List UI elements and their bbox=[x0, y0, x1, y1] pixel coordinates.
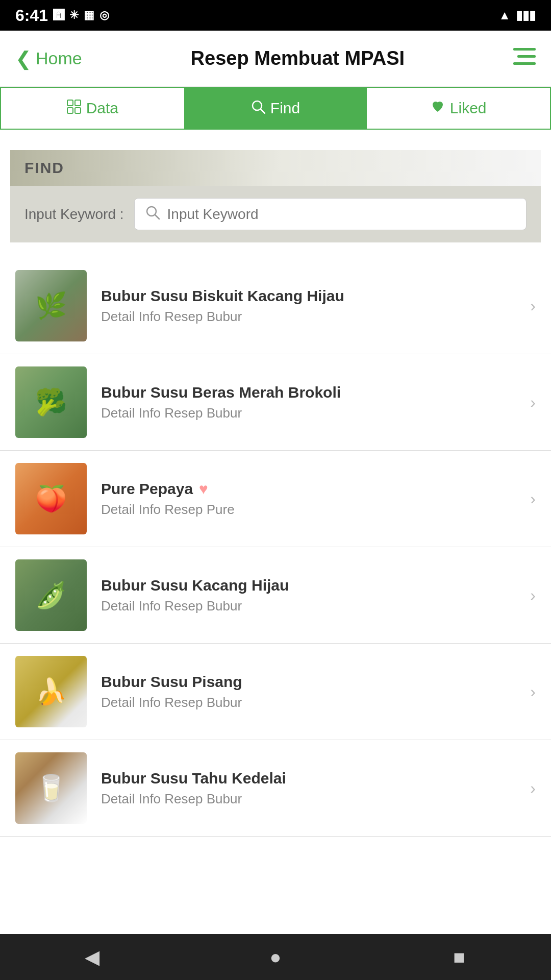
recipe-info-1: Bubur Susu Biskuit Kacang Hijau Detail I… bbox=[101, 287, 516, 325]
recipe-chevron-6: › bbox=[530, 779, 536, 798]
recipe-item-3[interactable]: 🍑 Pure Pepaya♥ Detail Info Resep Pure › bbox=[0, 451, 551, 547]
thumb-food-4: 🫛 bbox=[15, 559, 87, 631]
recipe-thumb-4: 🫛 bbox=[15, 559, 87, 631]
svg-rect-1 bbox=[517, 55, 536, 58]
search-input-wrapper bbox=[134, 198, 527, 230]
search-input[interactable] bbox=[167, 206, 516, 223]
status-icon-a: 🅰 bbox=[53, 9, 64, 22]
recipe-thumb-5: 🍌 bbox=[15, 656, 87, 727]
status-bar: 6:41 🅰 ✳ ▦ ◎ ▲ ▮▮▮ bbox=[0, 0, 551, 31]
search-tab-icon bbox=[251, 100, 265, 117]
thumb-food-5: 🍌 bbox=[15, 656, 87, 727]
recipe-subtitle-3: Detail Info Resep Pure bbox=[101, 502, 516, 518]
nav-home-icon: ● bbox=[270, 946, 282, 968]
status-right: ▲ ▮▮▮ bbox=[498, 8, 536, 22]
svg-rect-3 bbox=[67, 100, 73, 106]
recipe-item-5[interactable]: 🍌 Bubur Susu Pisang Detail Info Resep Bu… bbox=[0, 644, 551, 740]
recipe-thumb-3: 🍑 bbox=[15, 463, 87, 534]
recipe-list: 🌿 Bubur Susu Biskuit Kacang Hijau Detail… bbox=[0, 258, 551, 837]
recipe-title-5: Bubur Susu Pisang bbox=[101, 673, 516, 691]
tab-liked[interactable]: Liked bbox=[367, 88, 550, 129]
bottom-nav: ◀ ● ■ bbox=[0, 934, 551, 980]
recipe-info-6: Bubur Susu Tahu Kedelai Detail Info Rese… bbox=[101, 770, 516, 807]
status-icon-circle: ◎ bbox=[99, 9, 109, 22]
tab-data[interactable]: Data bbox=[1, 88, 184, 129]
recipe-title-1: Bubur Susu Biskuit Kacang Hijau bbox=[101, 287, 516, 305]
recipe-title-3: Pure Pepaya♥ bbox=[101, 480, 516, 498]
recipe-thumb-6: 🥛 bbox=[15, 752, 87, 824]
status-time: 6:41 bbox=[15, 6, 48, 25]
find-section: FIND Input Keyword : bbox=[0, 150, 551, 242]
thumb-food-3: 🍑 bbox=[15, 463, 87, 534]
recipe-subtitle-6: Detail Info Resep Bubur bbox=[101, 791, 516, 807]
tab-liked-label: Liked bbox=[450, 100, 487, 117]
recipe-item-4[interactable]: 🫛 Bubur Susu Kacang Hijau Detail Info Re… bbox=[0, 547, 551, 644]
recipe-title-6: Bubur Susu Tahu Kedelai bbox=[101, 770, 516, 787]
thumb-food-1: 🌿 bbox=[15, 270, 87, 341]
nav-home-button[interactable]: ● bbox=[255, 937, 296, 977]
menu-icon[interactable] bbox=[513, 47, 536, 70]
recipe-info-5: Bubur Susu Pisang Detail Info Resep Bubu… bbox=[101, 673, 516, 710]
signal-icon: ▲ bbox=[498, 8, 511, 22]
recipe-item-6[interactable]: 🥛 Bubur Susu Tahu Kedelai Detail Info Re… bbox=[0, 740, 551, 837]
svg-rect-4 bbox=[75, 100, 81, 106]
svg-line-10 bbox=[155, 215, 159, 219]
nav-recent-icon: ■ bbox=[454, 946, 465, 968]
find-header-text: FIND bbox=[24, 159, 64, 176]
page-title: Resep Membuat MPASI bbox=[191, 47, 405, 69]
svg-line-8 bbox=[261, 109, 265, 113]
grid-icon bbox=[67, 100, 81, 117]
svg-rect-0 bbox=[513, 48, 536, 51]
recipe-chevron-3: › bbox=[530, 489, 536, 508]
back-arrow-icon: ❮ bbox=[15, 47, 32, 70]
recipe-info-3: Pure Pepaya♥ Detail Info Resep Pure bbox=[101, 480, 516, 518]
recipe-title-2: Bubur Susu Beras Merah Brokoli bbox=[101, 384, 516, 401]
recipe-subtitle-4: Detail Info Resep Bubur bbox=[101, 598, 516, 614]
recipe-thumb-2: 🥦 bbox=[15, 366, 87, 438]
recipe-chevron-1: › bbox=[530, 297, 536, 315]
recipe-thumb-1: 🌿 bbox=[15, 270, 87, 341]
back-button[interactable]: ❮ Home bbox=[15, 47, 82, 70]
svg-rect-6 bbox=[75, 108, 81, 113]
battery-icon: ▮▮▮ bbox=[516, 8, 536, 22]
recipe-item-1[interactable]: 🌿 Bubur Susu Biskuit Kacang Hijau Detail… bbox=[0, 258, 551, 354]
recipe-item-2[interactable]: 🥦 Bubur Susu Beras Merah Brokoli Detail … bbox=[0, 354, 551, 451]
thumb-food-2: 🥦 bbox=[15, 366, 87, 438]
status-icon-settings: ✳ bbox=[69, 9, 79, 22]
thumb-food-6: 🥛 bbox=[15, 752, 87, 824]
find-header: FIND bbox=[10, 150, 541, 186]
recipe-info-2: Bubur Susu Beras Merah Brokoli Detail In… bbox=[101, 384, 516, 421]
back-label: Home bbox=[36, 48, 82, 68]
tab-data-label: Data bbox=[86, 100, 118, 117]
nav-back-icon: ◀ bbox=[85, 946, 99, 968]
search-label: Input Keyword : bbox=[24, 206, 124, 223]
search-bar-container: Input Keyword : bbox=[10, 186, 541, 242]
recipe-subtitle-1: Detail Info Resep Bubur bbox=[101, 309, 516, 325]
nav-recent-button[interactable]: ■ bbox=[439, 937, 480, 977]
heart-tab-icon bbox=[431, 100, 445, 117]
status-icon-sim: ▦ bbox=[84, 9, 94, 22]
recipe-subtitle-2: Detail Info Resep Bubur bbox=[101, 405, 516, 421]
tab-find[interactable]: Find bbox=[184, 88, 367, 129]
header: ❮ Home Resep Membuat MPASI bbox=[0, 31, 551, 87]
tab-bar: Data Find Liked bbox=[0, 87, 551, 130]
svg-rect-2 bbox=[513, 62, 536, 65]
recipe-chevron-2: › bbox=[530, 393, 536, 412]
status-left: 6:41 🅰 ✳ ▦ ◎ bbox=[15, 6, 109, 25]
recipe-subtitle-5: Detail Info Resep Bubur bbox=[101, 695, 516, 710]
recipe-title-4: Bubur Susu Kacang Hijau bbox=[101, 577, 516, 594]
recipe-chevron-4: › bbox=[530, 586, 536, 605]
liked-heart-icon: ♥ bbox=[199, 480, 208, 498]
recipe-info-4: Bubur Susu Kacang Hijau Detail Info Rese… bbox=[101, 577, 516, 614]
tab-find-label: Find bbox=[270, 100, 300, 117]
search-icon bbox=[145, 205, 160, 224]
nav-back-button[interactable]: ◀ bbox=[71, 937, 112, 977]
svg-rect-5 bbox=[67, 108, 73, 113]
recipe-chevron-5: › bbox=[530, 682, 536, 701]
